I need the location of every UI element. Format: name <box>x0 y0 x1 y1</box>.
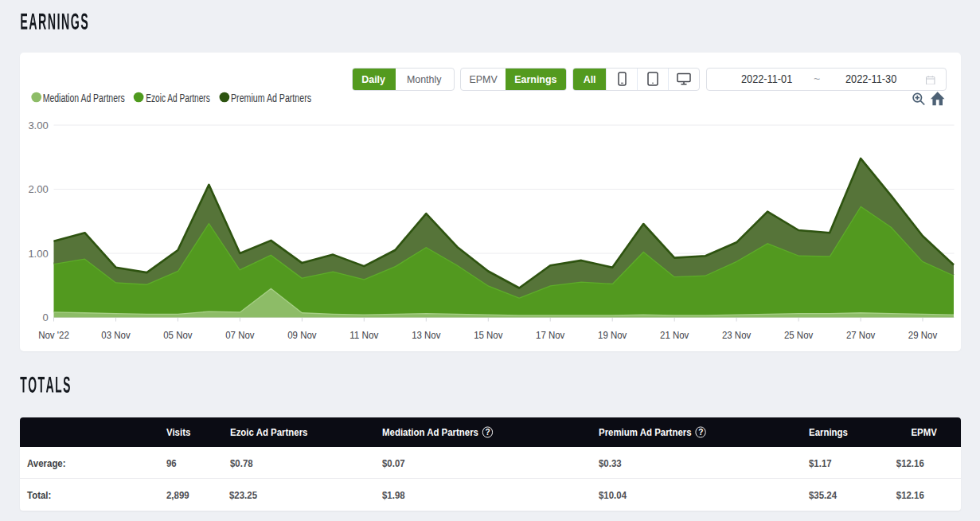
svg-text:23 Nov: 23 Nov <box>722 329 752 341</box>
svg-text:Premium Ad Partners: Premium Ad Partners <box>231 92 311 104</box>
svg-text:Nov '22: Nov '22 <box>38 329 69 341</box>
svg-text:15 Nov: 15 Nov <box>474 329 503 341</box>
svg-text:27 Nov: 27 Nov <box>846 329 876 341</box>
svg-text:07 Nov: 07 Nov <box>225 329 255 341</box>
svg-text:21 Nov: 21 Nov <box>660 329 689 341</box>
svg-text:3.00: 3.00 <box>28 119 48 131</box>
svg-text:0: 0 <box>42 311 48 323</box>
svg-text:17 Nov: 17 Nov <box>536 329 565 341</box>
svg-text:2.00: 2.00 <box>28 183 48 195</box>
svg-text:19 Nov: 19 Nov <box>598 329 627 341</box>
svg-text:29 Nov: 29 Nov <box>908 329 938 341</box>
svg-text:13 Nov: 13 Nov <box>412 329 441 341</box>
svg-text:09 Nov: 09 Nov <box>287 329 317 341</box>
svg-text:1.00: 1.00 <box>28 248 48 260</box>
svg-text:Mediation Ad Partners: Mediation Ad Partners <box>43 92 125 104</box>
svg-text:05 Nov: 05 Nov <box>163 329 193 341</box>
svg-text:03 Nov: 03 Nov <box>101 329 131 341</box>
svg-text:11 Nov: 11 Nov <box>349 329 379 341</box>
svg-text:25 Nov: 25 Nov <box>784 329 814 341</box>
svg-text:Ezoic Ad Partners: Ezoic Ad Partners <box>146 92 209 104</box>
